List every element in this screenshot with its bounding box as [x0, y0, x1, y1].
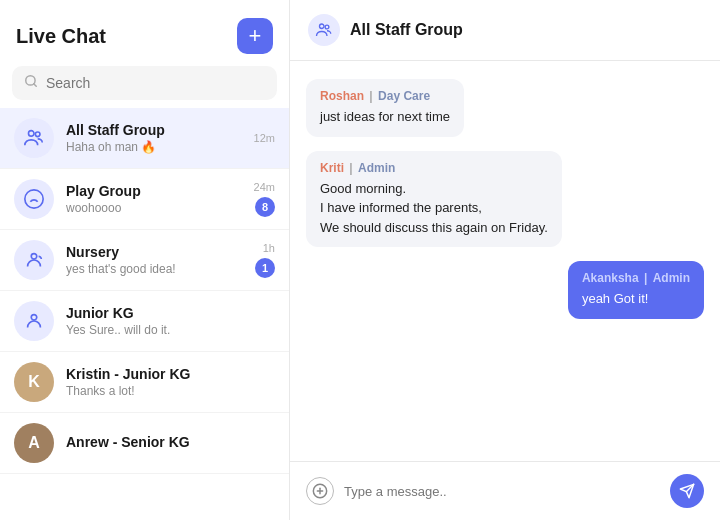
chat-name: Play Group [66, 183, 242, 199]
chat-preview: yes that's good idea! [66, 262, 243, 276]
message-text: just ideas for next time [320, 107, 450, 127]
sender-name: Akanksha [582, 271, 639, 285]
chat-name: Nursery [66, 244, 243, 260]
chat-item-kristin[interactable]: K Kristin - Junior KG Thanks a lot! [0, 352, 289, 413]
unread-badge: 1 [255, 258, 275, 278]
avatar-all-staff [14, 118, 54, 158]
svg-point-9 [320, 24, 325, 29]
search-icon [24, 74, 38, 92]
message-text: yeah Got it! [582, 289, 690, 309]
chat-time: 1h [263, 242, 275, 254]
chat-meta: 12m [254, 132, 275, 144]
sender-role: Admin [653, 271, 690, 285]
avatar-junior-kg [14, 301, 54, 341]
avatar-play-group [14, 179, 54, 219]
svg-point-7 [31, 254, 37, 260]
message-bubble-kriti: Kriti | Admin Good morning.I have inform… [306, 151, 562, 248]
add-chat-button[interactable]: + [237, 18, 273, 54]
sidebar-title: Live Chat [16, 25, 106, 48]
search-bar [12, 66, 277, 100]
svg-line-1 [34, 84, 37, 87]
svg-point-8 [31, 315, 37, 321]
chat-item-nursery[interactable]: Nursery yes that's good idea! 1h 1 [0, 230, 289, 291]
sender-name: Kriti [320, 161, 344, 175]
chat-meta: 24m 8 [254, 181, 275, 217]
chat-info-play: Play Group woohoooo [66, 183, 242, 215]
svg-point-3 [35, 132, 40, 137]
sender-role: Day Care [378, 89, 430, 103]
chat-name: Junior KG [66, 305, 263, 321]
message-text: Good morning.I have informed the parents… [320, 179, 548, 238]
attach-button[interactable] [306, 477, 334, 505]
avatar-anrew: A [14, 423, 54, 463]
chat-info-junior: Junior KG Yes Sure.. will do it. [66, 305, 263, 337]
svg-point-2 [29, 131, 35, 137]
message-input[interactable] [344, 484, 660, 499]
sender-role: Admin [358, 161, 395, 175]
chat-item-junior-kg[interactable]: Junior KG Yes Sure.. will do it. [0, 291, 289, 352]
message-sender: Kriti | Admin [320, 161, 548, 175]
chat-header: All Staff Group [290, 0, 720, 61]
chat-item-play-group[interactable]: Play Group woohoooo 24m 8 [0, 169, 289, 230]
avatar-nursery [14, 240, 54, 280]
chat-preview: woohoooo [66, 201, 242, 215]
chat-header-title: All Staff Group [350, 21, 463, 39]
sidebar: Live Chat + All Staff Group Haha oh man … [0, 0, 290, 520]
message-sender: Akanksha | Admin [582, 271, 690, 285]
sender-name: Roshan [320, 89, 364, 103]
avatar-kristin: K [14, 362, 54, 402]
search-input[interactable] [46, 75, 265, 91]
message-bubble-akanksha: Akanksha | Admin yeah Got it! [568, 261, 704, 319]
chat-input-bar [290, 461, 720, 520]
chat-meta: 1h 1 [255, 242, 275, 278]
svg-point-4 [25, 190, 43, 208]
chat-preview: Yes Sure.. will do it. [66, 323, 263, 337]
sidebar-header: Live Chat + [0, 0, 289, 66]
chat-item-anrew[interactable]: A Anrew - Senior KG [0, 413, 289, 474]
chat-info-all-staff: All Staff Group Haha oh man 🔥 [66, 122, 242, 154]
chat-name: All Staff Group [66, 122, 242, 138]
chat-info-anrew: Anrew - Senior KG [66, 434, 263, 452]
messages-area: Roshan | Day Care just ideas for next ti… [290, 61, 720, 461]
chat-name: Kristin - Junior KG [66, 366, 263, 382]
chat-preview: Thanks a lot! [66, 384, 263, 398]
chat-time: 12m [254, 132, 275, 144]
chat-list: All Staff Group Haha oh man 🔥 12m Play G… [0, 108, 289, 520]
svg-point-10 [325, 25, 329, 29]
message-sender: Roshan | Day Care [320, 89, 450, 103]
send-button[interactable] [670, 474, 704, 508]
chat-item-all-staff[interactable]: All Staff Group Haha oh man 🔥 12m [0, 108, 289, 169]
chat-info-kristin: Kristin - Junior KG Thanks a lot! [66, 366, 263, 398]
chat-header-avatar [308, 14, 340, 46]
chat-time: 24m [254, 181, 275, 193]
message-bubble-roshan: Roshan | Day Care just ideas for next ti… [306, 79, 464, 137]
chat-panel: All Staff Group Roshan | Day Care just i… [290, 0, 720, 520]
chat-name: Anrew - Senior KG [66, 434, 263, 450]
chat-info-nursery: Nursery yes that's good idea! [66, 244, 243, 276]
unread-badge: 8 [255, 197, 275, 217]
chat-preview: Haha oh man 🔥 [66, 140, 242, 154]
